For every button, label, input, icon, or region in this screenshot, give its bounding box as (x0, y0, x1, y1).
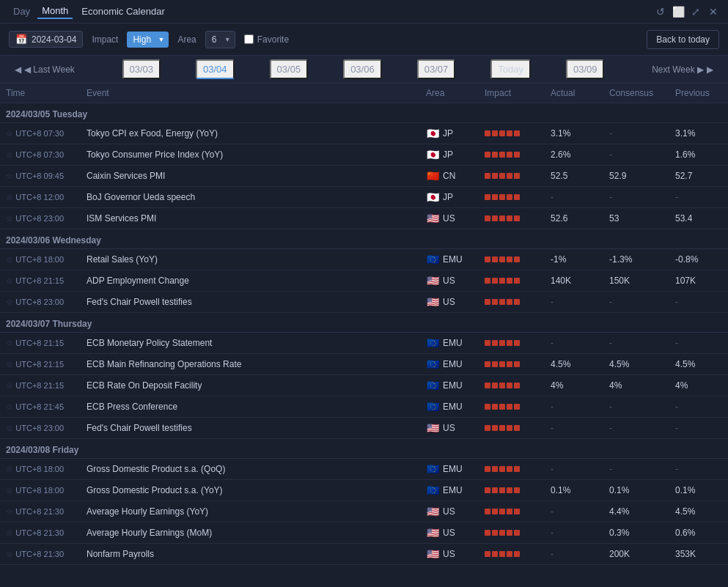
area-cell: 🇺🇸 US (420, 418, 479, 439)
table-row[interactable]: ☆ UTC+8 23:00 ISM Services PMI 🇺🇸 US 52.… (0, 208, 728, 229)
star-cell: ☆ UTC+8 21:15 (0, 375, 81, 396)
col-header-impact: Impact (479, 84, 545, 103)
area-code: JP (443, 192, 453, 202)
tab-month[interactable]: Month (37, 4, 73, 19)
title-bar: Day Month Economic Calendar ↺ ⬜ ⤢ ✕ (0, 0, 728, 23)
impact-bars (485, 509, 539, 514)
impact-bar (499, 173, 505, 179)
flag-icon: 🇺🇸 (426, 276, 439, 286)
week-date-03-06[interactable]: 03/06 (343, 59, 382, 79)
star-cell: ☆ UTC+8 21:30 (0, 544, 81, 565)
table-row[interactable]: ☆ UTC+8 18:00 Gross Domestic Product s.a… (0, 459, 728, 480)
tab-day[interactable]: Day (9, 4, 34, 18)
flag-icon: 🇯🇵 (426, 129, 439, 139)
actual-value: 3.1% (545, 123, 603, 144)
date-input[interactable]: 📅 2024-03-04 (9, 31, 83, 48)
week-date-03-05[interactable]: 03/05 (270, 59, 309, 79)
prev-week-label: ◀ Last Week (24, 64, 75, 75)
impact-bar (507, 340, 512, 346)
star-icon[interactable]: ☆ (6, 486, 13, 495)
impact-bars (485, 130, 539, 136)
star-icon[interactable]: ☆ (6, 150, 13, 159)
week-date-03-03[interactable]: 03/03 (122, 59, 161, 79)
table-row[interactable]: ☆ UTC+8 21:15 ECB Monetary Policy Statem… (0, 333, 728, 354)
actual-value: - (545, 501, 603, 523)
impact-bar (485, 194, 490, 200)
star-icon[interactable]: ☆ (6, 255, 13, 264)
area-select[interactable]: 6 (205, 31, 235, 48)
actual-value: 4% (545, 375, 603, 396)
star-icon[interactable]: ☆ (6, 402, 13, 411)
impact-bar (507, 130, 512, 136)
event-name: ECB Rate On Deposit Facility (81, 375, 420, 396)
week-date-03-04[interactable]: 03/04 (196, 59, 235, 79)
impact-select[interactable]: High (127, 32, 169, 48)
table-row[interactable]: ☆ UTC+8 18:00 Retail Sales (YoY) 🇪🇺 EMU … (0, 249, 728, 270)
refresh-icon[interactable]: ↺ (655, 6, 666, 18)
star-cell: ☆ UTC+8 23:00 (0, 292, 81, 313)
week-date-03-07[interactable]: 03/07 (417, 59, 456, 79)
impact-bar (514, 404, 520, 410)
area-select-wrap: 6 (205, 31, 235, 48)
table-row[interactable]: ☆ UTC+8 21:15 ECB Main Refinancing Opera… (0, 354, 728, 375)
star-icon[interactable]: ☆ (6, 360, 13, 369)
table-row[interactable]: ☆ UTC+8 21:30 Average Hourly Earnings (M… (0, 523, 728, 544)
table-row[interactable]: ☆ UTC+8 12:00 BoJ Governor Ueda speech 🇯… (0, 187, 728, 208)
table-row[interactable]: ☆ UTC+8 21:15 ADP Employment Change 🇺🇸 U… (0, 270, 728, 292)
table-row[interactable]: ☆ UTC+8 07:30 Tokyo Consumer Price Index… (0, 144, 728, 166)
table-row[interactable]: ☆ UTC+8 21:45 ECB Press Conference 🇪🇺 EM… (0, 396, 728, 418)
week-date-03-09[interactable]: 03/09 (566, 59, 605, 79)
actual-value: 4.5% (545, 354, 603, 375)
prev-week-button[interactable]: ◀ ◀ Last Week (9, 62, 81, 78)
next-week-button[interactable]: Next Week ▶ ▶ (646, 62, 719, 78)
table-row[interactable]: ☆ UTC+8 09:45 Caixin Services PMI 🇨🇳 CN … (0, 166, 728, 187)
time-value: UTC+8 21:15 (15, 339, 64, 347)
impact-bar (514, 130, 520, 136)
actual-value: - (545, 418, 603, 439)
star-icon[interactable]: ☆ (6, 465, 13, 473)
event-name: ECB Monetary Policy Statement (81, 333, 420, 354)
impact-bar (485, 130, 490, 136)
event-name: Fed's Chair Powell testifies (81, 418, 420, 439)
star-icon[interactable]: ☆ (6, 528, 13, 537)
table-row[interactable]: ☆ UTC+8 21:30 Nonfarm Payrolls 🇺🇸 US - 2… (0, 544, 728, 565)
impact-bar (499, 509, 505, 514)
actual-value: - (545, 544, 603, 565)
table-row[interactable]: ☆ UTC+8 07:30 Tokyo CPI ex Food, Energy … (0, 123, 728, 144)
favorite-checkbox[interactable] (244, 34, 254, 44)
star-icon[interactable]: ☆ (6, 276, 13, 285)
star-icon[interactable]: ☆ (6, 298, 13, 306)
impact-bars (485, 152, 539, 158)
star-icon[interactable]: ☆ (6, 424, 13, 432)
events-table: Time Event Area Impact Actual Consensus … (0, 84, 728, 565)
star-icon[interactable]: ☆ (6, 507, 13, 516)
table-row[interactable]: ☆ UTC+8 18:00 Gross Domestic Product s.a… (0, 480, 728, 501)
table-row[interactable]: ☆ UTC+8 21:15 ECB Rate On Deposit Facili… (0, 375, 728, 396)
close-icon[interactable]: ✕ (707, 6, 719, 18)
impact-cell (479, 544, 545, 565)
back-to-today-button[interactable]: Back to today (647, 30, 719, 49)
table-row[interactable]: ☆ UTC+8 23:00 Fed's Chair Powell testifi… (0, 418, 728, 439)
table-row[interactable]: ☆ UTC+8 23:00 Fed's Chair Powell testifi… (0, 292, 728, 313)
restore-icon[interactable]: ⬜ (672, 6, 684, 18)
week-date-today[interactable]: Today (490, 59, 531, 79)
impact-bars (485, 551, 539, 557)
week-nav: ◀ ◀ Last Week 03/0303/0403/0503/0603/07T… (0, 56, 728, 84)
star-icon[interactable]: ☆ (6, 171, 13, 180)
expand-icon[interactable]: ⤢ (690, 6, 702, 18)
star-icon[interactable]: ☆ (6, 339, 13, 347)
table-row[interactable]: ☆ UTC+8 21:30 Average Hourly Earnings (Y… (0, 501, 728, 523)
star-icon[interactable]: ☆ (6, 129, 13, 138)
time-value: UTC+8 23:00 (15, 214, 64, 223)
impact-bars (485, 361, 539, 367)
impact-bar (492, 383, 498, 388)
star-icon[interactable]: ☆ (6, 381, 13, 390)
favorite-checkbox-label[interactable]: Favorite (244, 34, 289, 45)
star-icon[interactable]: ☆ (6, 550, 13, 558)
star-icon[interactable]: ☆ (6, 193, 13, 202)
star-cell: ☆ UTC+8 18:00 (0, 459, 81, 480)
impact-bar (485, 173, 490, 179)
star-icon[interactable]: ☆ (6, 214, 13, 223)
impact-bar (499, 530, 505, 536)
impact-cell (479, 480, 545, 501)
